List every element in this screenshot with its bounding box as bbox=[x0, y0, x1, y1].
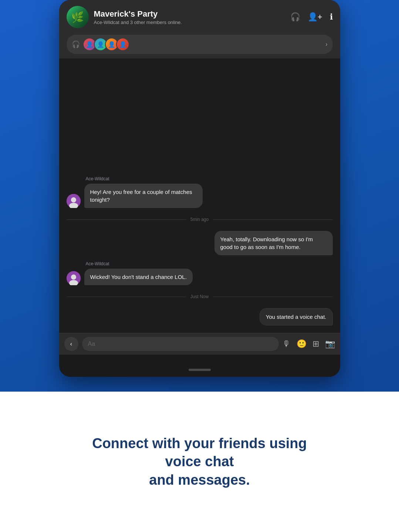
member-avatars: 👤 👤 👤 👤 bbox=[83, 38, 129, 51]
info-icon[interactable]: ℹ bbox=[330, 12, 333, 22]
message-bubble-1: Hey! Are you free for a couple of matche… bbox=[84, 184, 203, 208]
message-row-1: Hey! Are you free for a couple of matche… bbox=[67, 184, 333, 208]
message-row-voice: You started a voice chat. bbox=[67, 308, 333, 325]
message-group-2: Yeah, totally. Downloading now so I'm go… bbox=[67, 231, 333, 255]
tagline-line1: Connect with your friends using voice ch… bbox=[92, 436, 307, 469]
members-online: Ace-Wildcat and 3 other members online. bbox=[94, 20, 182, 25]
header-icons: 🎧 👤+ ℹ bbox=[290, 12, 333, 22]
timestamp-line-right-2 bbox=[213, 297, 332, 297]
tablet-device: 🌿 Maverick's Party Ace-Wildcat and 3 oth… bbox=[59, 0, 340, 377]
input-bar: ‹ Aa 🎙 🙂 ⊞ 📷 bbox=[59, 333, 340, 355]
timestamp-row-2: Just Now bbox=[67, 294, 333, 299]
message-group-voice: You started a voice chat. bbox=[67, 308, 333, 325]
party-text: Maverick's Party Ace-Wildcat and 3 other… bbox=[94, 9, 182, 25]
timestamp-1: 5min ago bbox=[190, 217, 209, 222]
voice-bar[interactable]: 🎧 👤 👤 👤 👤 › bbox=[67, 35, 333, 54]
member-avatar-4: 👤 bbox=[116, 38, 129, 51]
party-header: 🌿 Maverick's Party Ace-Wildcat and 3 oth… bbox=[59, 0, 340, 58]
timestamp-line-right bbox=[213, 219, 332, 220]
ace-wildcat-avatar bbox=[67, 194, 81, 208]
emoji-icon[interactable]: 🙂 bbox=[297, 339, 307, 349]
tagline-line2: and messages. bbox=[149, 472, 250, 488]
timestamp-line-left bbox=[67, 219, 186, 220]
input-icons: 🎙 🙂 ⊞ 📷 bbox=[283, 339, 335, 349]
message-group-1: Ace-Wildcat Hey! Are you free for a coup… bbox=[67, 176, 333, 208]
microphone-icon[interactable]: 🎙 bbox=[283, 339, 291, 349]
home-indicator bbox=[189, 369, 211, 371]
message-row-3: Wicked! You don't stand a chance LOL. bbox=[67, 269, 333, 285]
sender-name-2: Ace-Wildcat bbox=[86, 261, 333, 266]
bottom-section: Connect with your friends using voice ch… bbox=[0, 392, 399, 532]
chat-spacer bbox=[67, 66, 333, 170]
message-bubble-2: Yeah, totally. Downloading now so I'm go… bbox=[214, 231, 333, 255]
message-row-2: Yeah, totally. Downloading now so I'm go… bbox=[67, 231, 333, 255]
add-friend-icon[interactable]: 👤+ bbox=[308, 12, 322, 22]
party-info: 🌿 Maverick's Party Ace-Wildcat and 3 oth… bbox=[67, 6, 182, 28]
party-name: Maverick's Party bbox=[94, 9, 182, 19]
svg-point-1 bbox=[71, 197, 76, 202]
input-placeholder: Aa bbox=[88, 341, 95, 347]
timestamp-row-1: 5min ago bbox=[67, 217, 333, 222]
timestamp-2: Just Now bbox=[190, 294, 209, 299]
voice-headset-icon: 🎧 bbox=[72, 40, 80, 48]
app-screen: 🌿 Maverick's Party Ace-Wildcat and 3 oth… bbox=[59, 0, 340, 355]
camera-icon[interactable]: 📷 bbox=[325, 339, 335, 349]
timestamp-line-left-2 bbox=[67, 297, 186, 297]
tagline: Connect with your friends using voice ch… bbox=[70, 434, 329, 489]
svg-point-4 bbox=[71, 274, 76, 280]
message-bubble-3: Wicked! You don't stand a chance LOL. bbox=[84, 269, 193, 285]
party-avatar: 🌿 bbox=[67, 6, 89, 28]
chevron-right-icon: › bbox=[325, 41, 327, 48]
headset-icon[interactable]: 🎧 bbox=[290, 12, 300, 22]
back-button[interactable]: ‹ bbox=[64, 337, 78, 351]
message-group-3: Ace-Wildcat Wicked! You don't stand a ch… bbox=[67, 261, 333, 285]
gif-icon[interactable]: ⊞ bbox=[312, 339, 319, 349]
sender-name-1: Ace-Wildcat bbox=[86, 176, 333, 181]
voice-chat-bubble: You started a voice chat. bbox=[260, 308, 333, 325]
ace-wildcat-avatar-2 bbox=[67, 271, 81, 285]
message-input[interactable]: Aa bbox=[82, 337, 279, 351]
chat-area: Ace-Wildcat Hey! Are you free for a coup… bbox=[59, 58, 340, 333]
